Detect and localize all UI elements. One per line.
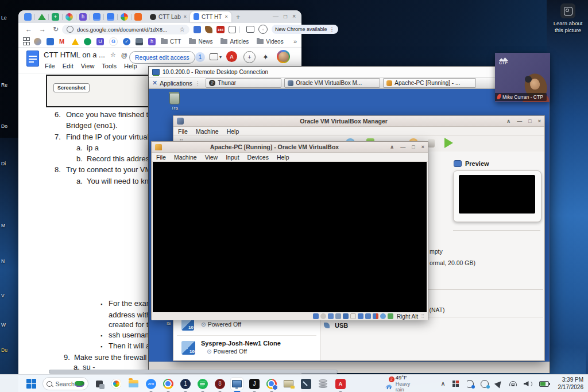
database-app-icon[interactable] — [317, 378, 329, 390]
menu-tools[interactable]: Tools — [102, 63, 117, 69]
horizontal-scrollbar[interactable] — [49, 370, 338, 374]
menu-edit[interactable]: Edit — [63, 63, 74, 69]
wifi-icon[interactable] — [509, 381, 517, 386]
rdp-title-bar[interactable]: 10.0.200.0 - Remote Desktop Connection — [149, 67, 550, 77]
menu-file[interactable]: File — [45, 63, 55, 69]
task-view-button[interactable] — [93, 378, 105, 390]
forward-icon[interactable]: → — [39, 26, 46, 33]
extension-icon-calendar[interactable]: 164 — [216, 26, 225, 33]
bookmark-favicon[interactable]: ✓ — [123, 38, 130, 45]
desktop-icon-label[interactable]: Le — [1, 15, 6, 21]
tab-ctt-lab[interactable]: CTT Lab × — [146, 11, 190, 22]
vm-close-button[interactable]: × — [421, 145, 424, 150]
back-icon[interactable]: ← — [25, 26, 32, 33]
status-network-icon[interactable] — [343, 313, 349, 319]
account-avatar[interactable] — [277, 50, 290, 63]
learn-about-picture[interactable]: Learn about this picture — [550, 3, 586, 34]
battery-icon[interactable] — [539, 381, 549, 387]
vm-shade-button[interactable]: ∧ — [390, 145, 394, 150]
star-doc-icon[interactable]: ☆ — [110, 51, 116, 59]
vm-menu-devices[interactable]: Devices — [247, 154, 269, 161]
manager-minimize-button[interactable]: — — [517, 119, 522, 124]
remote-desktop-icon-active[interactable] — [231, 378, 243, 390]
red-app-icon[interactable]: 8 — [214, 378, 226, 390]
doc-title[interactable]: CTT HTML on a ... — [44, 51, 105, 59]
webcam-overlay[interactable]: CTP Mike Curran - CTP — [495, 53, 550, 102]
tray-sync-icon[interactable] — [466, 380, 474, 388]
chrome-profile2-icon[interactable] — [265, 378, 277, 390]
desktop-icon-label[interactable]: V — [1, 293, 5, 298]
profile-icon[interactable]: ◦ — [258, 25, 268, 34]
extension-icon-password[interactable] — [194, 26, 201, 33]
dark-pointer-app-icon[interactable] — [300, 378, 312, 390]
pdf-extension-icon[interactable]: A — [226, 51, 237, 62]
vm-menu-help[interactable]: Help — [277, 154, 289, 161]
site-info-icon[interactable] — [67, 26, 74, 33]
bookmark-favicon[interactable] — [84, 38, 91, 45]
onepassword-icon[interactable]: 1 — [179, 378, 191, 390]
tray-chevron-icon[interactable]: ∧ — [440, 380, 445, 387]
task-button-thunar[interactable]: 2 Thunar — [206, 78, 281, 88]
menu-view[interactable]: View — [81, 63, 95, 69]
tray-widgets-icon[interactable] — [452, 381, 459, 387]
volume-icon[interactable] — [524, 381, 532, 386]
j-app-icon[interactable]: J — [248, 378, 260, 390]
status-optical-icon[interactable] — [320, 313, 326, 319]
pinned-tab[interactable] — [134, 13, 142, 21]
start-button[interactable] — [25, 378, 37, 390]
manager-title-bar[interactable]: Oracle VM VirtualBox Manager ∧ — □ × — [173, 116, 544, 127]
task-button-apache-pc[interactable]: Apache-PC [Running] - ... — [383, 78, 476, 88]
bookmark-favicon-google[interactable]: G — [109, 37, 118, 46]
manager-menu-help[interactable]: Help — [227, 128, 239, 135]
acrobat-icon[interactable]: A — [334, 378, 346, 390]
bookmark-folder-news[interactable]: News — [189, 38, 212, 45]
tab-ctt-html-active[interactable]: CTT HT × — [190, 11, 231, 22]
manager-close-button[interactable]: × — [538, 119, 541, 124]
status-floppy-icon[interactable] — [328, 313, 334, 319]
file-explorer-icon[interactable] — [127, 378, 140, 390]
bookmark-favicon[interactable] — [136, 38, 143, 45]
vm-list-item-sysprep[interactable]: 10 Sysprep-Josh-New1 Clone ⊙ Powered Off — [181, 340, 316, 355]
window-maximize-button[interactable]: □ — [284, 14, 287, 20]
extension-icon-box[interactable] — [229, 26, 236, 33]
status-mouse-icon[interactable] — [388, 313, 393, 319]
pinned-tab[interactable] — [24, 13, 32, 21]
extension-icon-feather[interactable] — [205, 26, 212, 33]
task-button-virtualbox-manager[interactable]: Oracle VM VirtualBox M... — [284, 78, 380, 88]
share-person-icon[interactable]: + — [243, 51, 256, 63]
window-minimize-button[interactable]: — — [273, 14, 278, 20]
status-hdd-icon[interactable] — [313, 313, 319, 319]
window-close-button[interactable]: × — [292, 14, 296, 20]
vm-menu-input[interactable]: Input — [226, 154, 239, 161]
desktop-icon-label[interactable]: M — [1, 223, 5, 228]
bookmarks-overflow-icon[interactable]: » — [293, 38, 297, 45]
desktop-icon-label[interactable]: Du — [1, 347, 7, 353]
tray-browser-icon[interactable] — [481, 380, 489, 388]
bookmark-favicon[interactable] — [47, 38, 54, 45]
pinned-tab[interactable] — [106, 13, 115, 21]
bookmark-folder-ctt[interactable]: CTT — [161, 38, 181, 45]
vm-menu-machine[interactable]: Machine — [174, 154, 197, 161]
move-folder-icon[interactable]: @ — [121, 52, 127, 59]
address-bar[interactable]: docs.google.com/document/d/1dX8... ☆ — [62, 25, 189, 34]
desktop-iso-label[interactable]: IS — [167, 321, 171, 326]
zoom-icon[interactable]: zm — [145, 378, 157, 390]
bookmark-favicon[interactable]: U — [96, 38, 104, 45]
applications-menu[interactable]: Applications — [160, 80, 192, 87]
update-chrome-chip[interactable]: New Chrome available ⋮ — [272, 25, 338, 34]
bookmark-favicon-drive[interactable] — [72, 38, 79, 45]
pinned-tab[interactable] — [120, 13, 129, 21]
manager-menu-file[interactable]: File — [178, 128, 188, 135]
discard-icon[interactable] — [428, 139, 435, 148]
gemini-sparkle-icon[interactable]: ✦ — [262, 53, 269, 61]
vm-screen[interactable] — [153, 162, 427, 312]
status-display-icon[interactable] — [365, 313, 371, 319]
spotify-icon[interactable] — [196, 378, 208, 390]
vm-menu-view[interactable]: View — [205, 154, 218, 161]
pinned-tab[interactable] — [37, 13, 46, 21]
comment-count-badge[interactable]: 1 — [195, 52, 205, 62]
bookmark-favicon[interactable]: h — [148, 38, 156, 45]
reload-icon[interactable]: ↻ — [53, 26, 59, 33]
chrome-icon[interactable] — [162, 378, 174, 390]
vm-preview-frame[interactable] — [453, 170, 541, 222]
